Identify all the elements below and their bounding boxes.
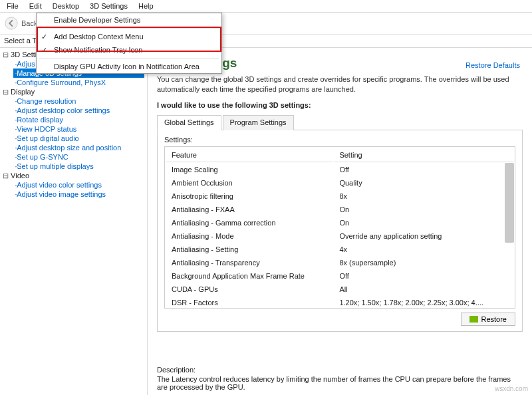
scrollbar-thumb[interactable] — [505, 163, 514, 243]
table-row: CUDA - GPUsAll — [166, 283, 513, 295]
menu-add-context-menu[interactable]: Add Desktop Context Menu — [37, 30, 221, 43]
tree-item-digital-audio[interactable]: Set up digital audio — [13, 134, 144, 143]
menu-separator — [39, 28, 219, 29]
table-row: Antialiasing - ModeOverride any applicat… — [166, 230, 513, 242]
menu-show-tray-icon[interactable]: Show Notification Tray Icon — [37, 43, 221, 57]
footer-text: The Latency control reduces latency by l… — [157, 375, 523, 391]
watermark: wsxdn.com — [495, 385, 528, 392]
footer-label: Description: — [157, 366, 523, 374]
tree-group-video[interactable]: Video — [3, 172, 144, 180]
footer-description: Description: The Latency control reduces… — [157, 366, 523, 391]
table-row: Image ScalingOff — [166, 164, 513, 176]
menu-desktop[interactable]: Desktop — [47, 1, 84, 11]
menu-edit[interactable]: Edit — [24, 1, 47, 11]
table-row: Background Application Max Frame RateOff — [166, 270, 513, 282]
desktop-dropdown-menu: Enable Developer Settings Add Desktop Co… — [36, 13, 222, 74]
tree-item-multiple-displays[interactable]: Set up multiple displays — [13, 162, 144, 171]
tab-program-settings[interactable]: Program Settings — [223, 115, 294, 130]
menu-file[interactable]: File — [1, 1, 24, 11]
menu-enable-developer[interactable]: Enable Developer Settings — [37, 13, 221, 27]
tab-global-settings[interactable]: Global Settings — [157, 115, 221, 130]
content-area: e 3D Settings Restore Defaults You can c… — [148, 48, 532, 395]
table-row: Antialiasing - Setting4x — [166, 243, 513, 255]
menu-help[interactable]: Help — [133, 1, 159, 11]
tree-item-video-image[interactable]: Adjust video image settings — [13, 190, 144, 199]
col-setting: Setting — [334, 148, 513, 162]
table-row: Antialiasing - Transparency8x (supersamp… — [166, 257, 513, 269]
restore-defaults-link[interactable]: Restore Defaults — [466, 61, 520, 69]
restore-button[interactable]: Restore — [461, 313, 515, 326]
nvidia-icon — [469, 316, 478, 323]
tree-item-rotate-display[interactable]: Rotate display — [13, 115, 144, 124]
table-row: Ambient OcclusionQuality — [166, 177, 513, 189]
col-feature: Feature — [166, 148, 332, 162]
tree-item-configure-surround[interactable]: Configure Surround, PhysX — [13, 78, 144, 87]
tree-item-view-hdcp[interactable]: View HDCP status — [13, 124, 144, 134]
svg-point-0 — [5, 17, 17, 29]
tree-group-display[interactable]: Display — [3, 88, 144, 96]
menu-3d-settings[interactable]: 3D Settings — [84, 1, 133, 11]
back-arrow-icon — [4, 16, 19, 31]
settings-label: Settings: — [164, 136, 515, 144]
settings-subheader: I would like to use the following 3D set… — [157, 101, 523, 109]
table-row: Antialiasing - FXAAOn — [166, 203, 513, 215]
tree-item-adjust-color[interactable]: Adjust desktop color settings — [13, 106, 144, 115]
table-row: DSR - Factors1.20x; 1.50x; 1.78x; 2.00x;… — [166, 297, 513, 309]
tree-item-change-resolution[interactable]: Change resolution — [13, 96, 144, 106]
tab-strip: Global Settings Program Settings — [157, 114, 523, 130]
menubar: File Edit Desktop 3D Settings Help — [0, 0, 532, 13]
tree-item-video-color[interactable]: Adjust video color settings — [13, 180, 144, 190]
menu-gpu-activity-icon[interactable]: Display GPU Activity Icon in Notificatio… — [37, 60, 221, 73]
tree-item-gsync[interactable]: Set up G-SYNC — [13, 152, 144, 162]
page-description: You can change the global 3D settings an… — [157, 74, 523, 94]
menu-separator — [39, 58, 219, 59]
settings-table[interactable]: FeatureSetting Image ScalingOff Ambient … — [164, 146, 515, 309]
table-row: Antialiasing - Gamma correctionOn — [166, 217, 513, 229]
sidebar-tree: 3D Setti Adjus Manage 3D settings Config… — [0, 48, 148, 395]
table-row: Anisotropic filtering8x — [166, 190, 513, 202]
tree-item-adjust-size[interactable]: Adjust desktop size and position — [13, 143, 144, 152]
back-label: Back — [21, 19, 37, 27]
